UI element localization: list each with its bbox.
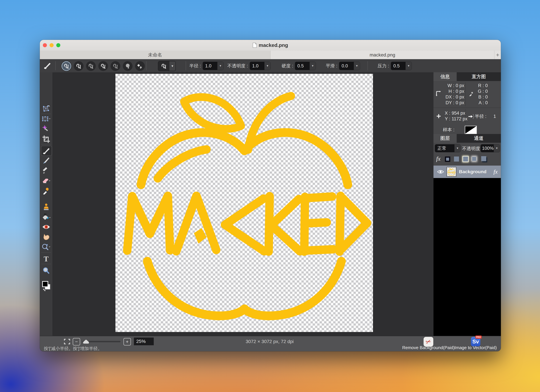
smoothing-label: 平滑 : (326, 63, 337, 69)
right-panel: 信息 直方图 W :0 px H :0 px DX :0 px DY :0 px… (434, 72, 501, 351)
image-to-vector-button[interactable]: Sv PRO (471, 337, 480, 346)
brush-tool-icon (43, 61, 52, 70)
zoom-level-value[interactable]: 25% (134, 337, 154, 345)
scissors-icon: ✂ (425, 337, 432, 346)
apple-logo (115, 74, 373, 332)
sample-section: 样本 : (434, 125, 501, 134)
stroke-effect-icon[interactable] (445, 156, 450, 162)
canvas[interactable] (115, 74, 373, 332)
text-tool[interactable]: T (40, 254, 52, 264)
search-tool[interactable] (40, 266, 52, 275)
w-value: 0 px (456, 83, 464, 88)
eraser-tool[interactable] (40, 176, 52, 186)
x-label: X : (443, 111, 450, 116)
clone-stamp-tool[interactable] (40, 202, 52, 211)
transform-tool[interactable] (40, 104, 52, 114)
chevron-down-icon: ▼ (494, 144, 500, 152)
dy-label: DY : (442, 100, 454, 106)
dx-value: 0 px (456, 95, 464, 100)
window-title: macked.png (259, 42, 288, 48)
paint-bucket-tool[interactable] (40, 212, 52, 221)
fine-brush-tool[interactable] (40, 156, 52, 165)
smudge-tool[interactable] (40, 232, 52, 242)
brush-type-icon (158, 61, 169, 71)
brush-preset-3[interactable] (86, 61, 96, 71)
info-tab-bar: 信息 直方图 (434, 72, 501, 81)
smoothing-combo[interactable]: 0.0▼ (339, 62, 360, 70)
zoom-slider[interactable] (82, 341, 120, 342)
hardness-combo[interactable]: 0.5▼ (295, 62, 316, 70)
eyedropper-icon (469, 91, 474, 96)
app-window: macked.png 未命名 macked.png + ▼ 半径 : (40, 40, 501, 351)
a-value: 0 (485, 100, 488, 106)
status-bar: − + 25% 按'['减小半径。按']'增加半径。 3072 × 3072 p… (40, 336, 501, 351)
layer-opacity-label: 不透明度 (462, 146, 480, 152)
outer-glow-effect-icon[interactable] (463, 156, 468, 161)
tool-hint-text: 按'['减小半径。按']'增加半径。 (44, 346, 102, 351)
brush-radius-value: 1 (494, 114, 496, 119)
fx-label: fx (436, 155, 440, 162)
layer-visibility-eye-icon[interactable] (437, 170, 444, 174)
marquee-select-tool[interactable] (40, 114, 52, 124)
zoom-out-button[interactable]: − (73, 338, 80, 345)
pressure-combo[interactable]: 0.5▼ (391, 62, 412, 70)
tab-untitled[interactable]: 未命名 (40, 50, 270, 59)
chevron-down-icon: ▼ (354, 62, 360, 70)
y-value: 1172 px (452, 116, 467, 121)
brush-preset-7[interactable] (135, 61, 145, 71)
y-label: Y : (443, 116, 450, 121)
image-to-vector-label[interactable]: Image to Vector(Paid) (455, 345, 497, 350)
chevron-down-icon: ▼ (454, 144, 460, 152)
crop-tool[interactable] (40, 135, 52, 144)
hardness-label: 硬度 : (282, 63, 293, 69)
red-eye-tool[interactable] (40, 222, 52, 232)
layers-tab-bar: 图层 通道 (434, 134, 501, 143)
brush-type-dropdown[interactable]: ▼ (158, 61, 176, 71)
tab-channels[interactable]: 通道 (457, 134, 501, 143)
color-swatches[interactable] (40, 279, 52, 293)
tab-info[interactable]: 信息 (434, 72, 457, 81)
radius-arrow-icon (468, 114, 474, 119)
layer-opacity-dropdown[interactable]: 100%▼ (480, 144, 500, 152)
drop-shadow-effect-icon[interactable] (481, 156, 486, 161)
sample-label: 样本 : (443, 127, 455, 133)
tool-options-bar: ▼ 半径 : 1.0▼ 不透明度 : 1.0▼ 硬度 : 0.5▼ 平滑 : 0… (40, 59, 501, 73)
opacity-combo[interactable]: 1.0▼ (250, 62, 271, 70)
cursor-position-section: X :954 px Y :1172 px 半径 :1 (434, 108, 501, 125)
eyedropper-tool[interactable] (40, 186, 52, 196)
magic-wand-tool[interactable] (40, 124, 52, 134)
zoom-slider-thumb[interactable] (83, 340, 89, 344)
window-title-area: macked.png (40, 40, 501, 50)
layer-thumbnail (447, 167, 456, 176)
layer-row-background[interactable]: Background fx (434, 166, 501, 178)
document-icon (253, 43, 257, 48)
document-tab-bar: 未命名 macked.png + (40, 50, 501, 59)
remove-background-label[interactable]: Remove Background(Paid) (402, 345, 455, 350)
r-label: R : (476, 83, 484, 88)
brush-preset-4[interactable] (98, 61, 108, 71)
layer-fx-badge[interactable]: fx (494, 169, 498, 175)
zoom-in-button[interactable]: + (124, 338, 131, 345)
brush-preset-1[interactable] (61, 61, 71, 71)
brush-preset-6[interactable] (123, 61, 133, 71)
tab-macked-png[interactable]: macked.png (270, 50, 494, 59)
chevron-down-icon: ▼ (264, 62, 270, 70)
radius-combo[interactable]: 1.0▼ (203, 62, 224, 70)
new-tab-button[interactable]: + (494, 50, 501, 59)
chevron-down-icon: ▼ (310, 62, 316, 70)
tab-layers[interactable]: 图层 (434, 134, 457, 143)
pro-badge: PRO (475, 336, 482, 339)
layers-empty-area (434, 178, 501, 341)
paintbrush-tool[interactable] (41, 146, 52, 156)
h-label: H : (442, 89, 454, 94)
brush-radius-label: 半径 : (475, 113, 486, 119)
blend-mode-dropdown[interactable]: 正常▼ (435, 144, 461, 152)
brush-preset-5[interactable] (110, 61, 120, 71)
color-overlay-effect-icon[interactable] (454, 156, 459, 161)
tab-histogram[interactable]: 直方图 (457, 72, 501, 81)
brush-preset-2[interactable] (74, 61, 84, 71)
inner-glow-effect-icon[interactable] (472, 157, 476, 161)
fit-screen-button[interactable] (64, 339, 70, 345)
zoom-in-tool[interactable] (40, 242, 52, 252)
pencil-tool[interactable] (40, 166, 52, 175)
